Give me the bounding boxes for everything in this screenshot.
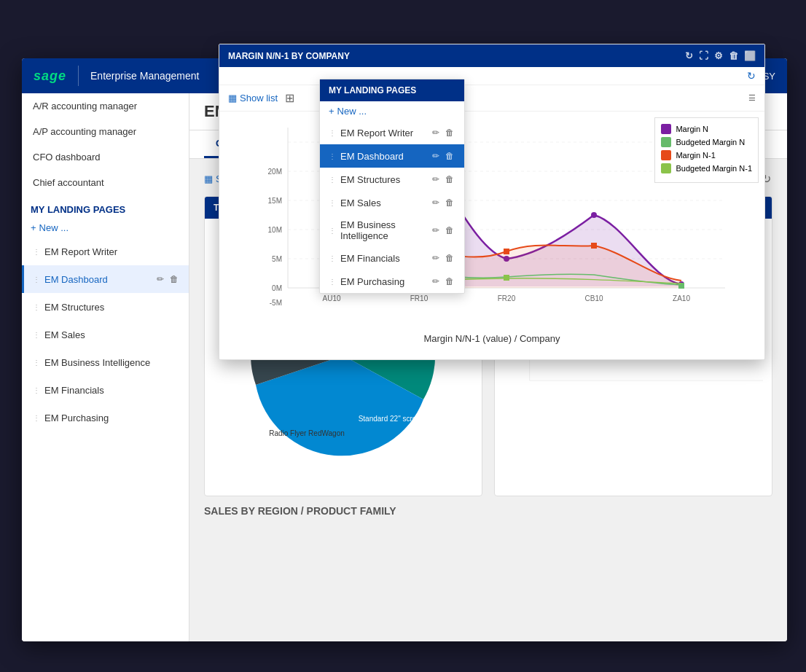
- sidebar-item-em-fin-label: EM Financials: [44, 385, 155, 396]
- sidebar-item-actions: ✏ 🗑: [155, 273, 180, 286]
- edit-icon[interactable]: ✏: [155, 273, 165, 286]
- edit-icon[interactable]: ✏: [431, 224, 441, 237]
- delete-icon[interactable]: 🗑: [444, 196, 455, 209]
- edit-icon[interactable]: ✏: [155, 411, 165, 424]
- delete-icon[interactable]: 🗑: [168, 411, 180, 424]
- dropdown-item-actions: ✏ 🗑: [431, 196, 455, 209]
- sidebar-item-em-financials[interactable]: ⋮ EM Financials ✏ 🗑: [22, 376, 189, 404]
- sidebar-item-em-bi-label: EM Business Intelligence: [44, 357, 155, 368]
- sidebar-item-em-purchasing[interactable]: ⋮ EM Purchasing ✏ 🗑: [22, 404, 189, 431]
- dropdown-item-em-bi[interactable]: ⋮ EM Business Intelligence ✏ 🗑: [320, 214, 464, 246]
- dropdown-item-em-structures[interactable]: ⋮ EM Structures ✏ 🗑: [320, 168, 464, 191]
- chart-menu-icon[interactable]: ☰: [748, 93, 756, 103]
- sidebar-item-ar-label: A/R accounting manager: [33, 101, 180, 112]
- landing-pages-header: MY LANDING PAGES: [22, 195, 189, 218]
- drag-icon: ⋮: [329, 199, 336, 207]
- dropdown-item-actions: ✏ 🗑: [431, 126, 455, 139]
- edit-icon[interactable]: ✏: [431, 149, 441, 163]
- dropdown-item-em-financials[interactable]: ⋮ EM Financials ✏ 🗑: [320, 246, 464, 270]
- legend-margin-n: Margin N: [661, 124, 752, 134]
- drag-icon: ⋮: [329, 176, 336, 184]
- dropdown-item-em-purchasing[interactable]: ⋮ EM Purchasing ✏ 🗑: [320, 270, 464, 293]
- list-icon: ▦: [204, 173, 213, 184]
- sidebar-item-em-bi[interactable]: ⋮ EM Business Intelligence ✏ 🗑: [22, 348, 189, 376]
- delete-icon[interactable]: 🗑: [168, 356, 180, 369]
- edit-icon[interactable]: ✏: [155, 245, 165, 258]
- landing-pages-dropdown: MY LANDING PAGES + New ... ⋮ EM Report W…: [319, 79, 465, 294]
- dropdown-item-em-rw[interactable]: ⋮ EM Report Writer ✏ 🗑: [320, 121, 464, 144]
- expand-chart-icon[interactable]: ⛶: [699, 50, 708, 61]
- chart-header-actions: ↻ ⛶ ⚙ 🗑 ⬜: [685, 50, 756, 61]
- sidebar-item-em-report-writer[interactable]: ⋮ EM Report Writer ✏ 🗑: [22, 238, 189, 265]
- legend-label-margin-n: Margin N: [676, 125, 708, 133]
- delete-icon[interactable]: 🗑: [444, 224, 455, 237]
- delete-icon[interactable]: 🗑: [444, 173, 455, 186]
- dropdown-em-bi-label: EM Business Intelligence: [340, 219, 431, 241]
- delete-icon[interactable]: 🗑: [168, 383, 180, 396]
- chart-subtitle: Margin N/N-1 (value) / Company: [228, 333, 756, 344]
- sage-logo: sage: [34, 69, 66, 84]
- settings-chart-icon[interactable]: ⚙: [714, 50, 723, 61]
- svg-text:5M: 5M: [272, 255, 282, 263]
- sidebar-item-ar-accounting[interactable]: A/R accounting manager: [22, 93, 189, 119]
- svg-text:FR10: FR10: [410, 294, 429, 302]
- chart-show-list-button[interactable]: ▦ Show list: [228, 93, 278, 103]
- svg-text:20M: 20M: [268, 168, 282, 176]
- delete-icon[interactable]: 🗑: [168, 245, 180, 258]
- edit-icon[interactable]: ✏: [155, 356, 165, 369]
- legend-margin-n1: Margin N-1: [661, 150, 752, 160]
- delete-icon[interactable]: 🗑: [444, 149, 455, 163]
- dropdown-item-actions: ✏ 🗑: [431, 224, 455, 237]
- pie-label-3: Radio Flyer RedWagon: [269, 429, 345, 437]
- delete-icon[interactable]: 🗑: [444, 275, 455, 288]
- svg-text:-5M: -5M: [270, 299, 282, 307]
- dropdown-item-actions: ✏ 🗑: [431, 251, 455, 265]
- delete-icon[interactable]: 🗑: [444, 251, 455, 265]
- new-landing-page-link[interactable]: + New ...: [22, 218, 189, 238]
- delete-chart-icon[interactable]: 🗑: [729, 50, 738, 61]
- edit-icon[interactable]: ✏: [155, 328, 165, 341]
- chart-refresh-button[interactable]: ↻: [747, 70, 756, 82]
- dropdown-em-purch-label: EM Purchasing: [340, 276, 404, 287]
- chart-grid-icon[interactable]: ⊞: [283, 90, 296, 106]
- sidebar-item-em-structures[interactable]: ⋮ EM Structures ✏ 🗑: [22, 293, 189, 321]
- legend-budgeted-n: Budgeted Margin N: [661, 137, 752, 147]
- dropdown-item-em-dashboard[interactable]: ⋮ EM Dashboard ✏ 🗑: [320, 144, 464, 168]
- drag-icon: ⋮: [329, 254, 336, 262]
- edit-icon[interactable]: ✏: [431, 275, 441, 288]
- nav-divider: [78, 66, 79, 86]
- dropdown-em-fin-label: EM Financials: [340, 253, 400, 264]
- edit-icon[interactable]: ✏: [155, 300, 165, 313]
- sidebar-item-cfo[interactable]: CFO dashboard: [22, 144, 189, 170]
- drag-handle-icon: ⋮: [33, 386, 40, 394]
- dropdown-item-em-sales[interactable]: ⋮ EM Sales ✏ 🗑: [320, 191, 464, 214]
- delete-icon[interactable]: 🗑: [168, 273, 180, 286]
- edit-icon[interactable]: ✏: [431, 251, 441, 265]
- dropdown-item-actions: ✏ 🗑: [431, 149, 455, 163]
- dropdown-new-label: New ...: [337, 106, 367, 117]
- drag-icon: ⋮: [329, 278, 336, 286]
- svg-rect-26: [504, 249, 509, 254]
- edit-icon[interactable]: ✏: [155, 383, 165, 396]
- edit-icon[interactable]: ✏: [431, 126, 441, 139]
- more-chart-icon[interactable]: ⬜: [744, 50, 756, 61]
- refresh-chart-icon[interactable]: ↻: [685, 50, 693, 61]
- dropdown-item-actions: ✏ 🗑: [431, 173, 455, 186]
- sidebar-item-ap-label: A/P accounting manager: [33, 126, 180, 137]
- drag-icon: ⋮: [329, 227, 336, 235]
- dropdown-em-struct-label: EM Structures: [340, 174, 400, 185]
- delete-icon[interactable]: 🗑: [168, 300, 180, 313]
- edit-icon[interactable]: ✏: [431, 173, 441, 186]
- sidebar-item-em-sales[interactable]: ⋮ EM Sales ✏ 🗑: [22, 321, 189, 348]
- delete-icon[interactable]: 🗑: [444, 126, 455, 139]
- sidebar-item-ap-accounting[interactable]: A/P accounting manager: [22, 119, 189, 144]
- sidebar-item-chief[interactable]: Chief accountant: [22, 170, 189, 195]
- dropdown-item-left: ⋮ EM Report Writer: [329, 128, 413, 138]
- dropdown-em-dash-label: EM Dashboard: [340, 151, 404, 162]
- sidebar-item-cfo-label: CFO dashboard: [33, 152, 180, 163]
- dropdown-new-link[interactable]: + New ...: [320, 101, 464, 121]
- sidebar-item-em-dashboard[interactable]: ⋮ EM Dashboard ✏ 🗑: [22, 265, 189, 293]
- edit-icon[interactable]: ✏: [431, 196, 441, 209]
- svg-text:FR20: FR20: [498, 294, 516, 302]
- delete-icon[interactable]: 🗑: [168, 328, 180, 341]
